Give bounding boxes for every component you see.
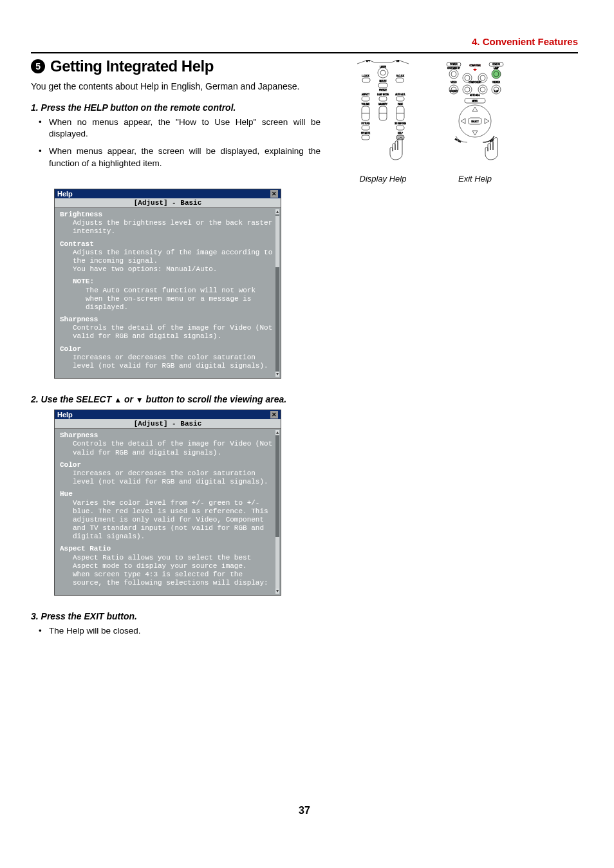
- list-item: The Help will be closed.: [49, 625, 578, 637]
- down-triangle-icon: ▼: [136, 395, 144, 404]
- svg-text:R-CLICK: R-CLICK: [396, 75, 404, 77]
- svg-point-52: [480, 75, 485, 80]
- svg-text:AUTO ADJ.: AUTO ADJ.: [395, 93, 405, 96]
- help1-subtitle: [Adjust] - Basic: [55, 198, 281, 208]
- svg-text:STATUS: STATUS: [492, 63, 499, 66]
- svg-text:MOUSE: MOUSE: [379, 80, 386, 82]
- svg-text:PICTURE: PICTURE: [361, 122, 369, 125]
- svg-text:VOLUME: VOLUME: [362, 103, 370, 106]
- svg-text:ASPECT: ASPECT: [362, 93, 369, 96]
- svg-point-4: [380, 70, 386, 75]
- svg-text:PAGE: PAGE: [398, 103, 403, 106]
- svg-text:MENU: MENU: [472, 100, 478, 102]
- svg-rect-9: [396, 78, 404, 82]
- svg-point-44: [492, 70, 501, 79]
- scrollbar[interactable]: ▲ ▼: [275, 430, 279, 594]
- svg-text:LAN: LAN: [494, 90, 498, 93]
- svg-text:S-VIDEO: S-VIDEO: [450, 90, 458, 93]
- list-item: When menus appear, the screen will be di…: [49, 146, 333, 170]
- svg-text:POWER: POWER: [450, 63, 458, 66]
- title-text: Getting Integrated Help: [50, 57, 214, 75]
- svg-text:OFF: OFF: [366, 60, 370, 62]
- svg-point-54: [465, 87, 470, 92]
- svg-text:LAMP MODE: LAMP MODE: [377, 93, 389, 96]
- svg-point-38: [449, 70, 458, 79]
- close-icon[interactable]: ✕: [270, 411, 278, 419]
- svg-text:AUTO ADJ.: AUTO ADJ.: [470, 94, 480, 97]
- step3-bullets: The Help will be closed.: [31, 625, 578, 637]
- svg-text:HELP: HELP: [398, 132, 403, 135]
- remote-figure: OFF ON LASER L-CLICK R-CLICK MOUSE FREEZ…: [354, 60, 412, 184]
- help-dialog-1: Help ✕ [Adjust] - Basic ▲ ▼ BrightnessAd…: [54, 189, 281, 379]
- panel-icon: POWER ON/STAND BY COMPUTER STATUS LAMP V…: [443, 60, 507, 169]
- svg-point-53: [463, 85, 472, 94]
- svg-rect-8: [362, 78, 370, 82]
- svg-rect-10: [378, 83, 387, 88]
- svg-rect-16: [379, 97, 387, 101]
- svg-text:LAMP: LAMP: [494, 67, 499, 70]
- scroll-up-icon[interactable]: ▲: [275, 209, 279, 214]
- svg-rect-17: [396, 97, 404, 101]
- svg-point-56: [480, 87, 485, 92]
- svg-text:PIP MUTE: PIP MUTE: [361, 132, 370, 135]
- svg-text:ON/STAND BY: ON/STAND BY: [447, 67, 460, 70]
- step1-bullets: When no menus appear, the "How to Use He…: [31, 117, 333, 171]
- scroll-down-icon[interactable]: ▼: [275, 372, 279, 377]
- title-badge: 5: [31, 59, 45, 73]
- svg-text:MAGNIFY: MAGNIFY: [378, 103, 387, 106]
- page-number: 37: [31, 805, 578, 816]
- svg-rect-30: [396, 126, 404, 130]
- help1-title: Help: [57, 190, 73, 198]
- svg-text:3D REFORM: 3D REFORM: [395, 122, 406, 125]
- help2-title: Help: [57, 411, 73, 419]
- svg-rect-15: [362, 97, 369, 101]
- svg-text:ENTER: ENTER: [454, 138, 462, 144]
- scroll-up-icon[interactable]: ▲: [275, 430, 279, 435]
- scroll-thumb[interactable]: [275, 216, 279, 267]
- up-triangle-icon: ▲: [114, 395, 122, 404]
- section-header: 4. Convenient Features: [31, 36, 578, 47]
- svg-text:ON: ON: [396, 60, 400, 62]
- close-icon[interactable]: ✕: [270, 190, 278, 198]
- step1-heading: 1. Press the HELP button on the remote c…: [31, 102, 333, 113]
- intro-text: You get the contents about Help in Engli…: [31, 80, 333, 93]
- scroll-thumb[interactable]: [275, 537, 279, 589]
- svg-point-55: [478, 85, 487, 94]
- step3-heading: 3. Press the EXIT button.: [31, 611, 578, 621]
- header-rule: [31, 52, 578, 53]
- remote-caption: Display Help: [354, 174, 412, 184]
- panel-figure: POWER ON/STAND BY COMPUTER STATUS LAMP V…: [443, 60, 507, 184]
- svg-point-49: [463, 73, 472, 82]
- page-title: 5 Getting Integrated Help: [31, 57, 333, 75]
- help2-subtitle: [Adjust] - Basic: [55, 419, 281, 429]
- remote-icon: OFF ON LASER L-CLICK R-CLICK MOUSE FREEZ…: [354, 60, 412, 169]
- svg-text:COMPONENT: COMPONENT: [469, 81, 481, 84]
- svg-text:L-CLICK: L-CLICK: [362, 75, 369, 77]
- svg-point-51: [478, 73, 487, 82]
- svg-text:VIDEO: VIDEO: [451, 81, 457, 84]
- panel-caption: Exit Help: [443, 174, 507, 184]
- scroll-down-icon[interactable]: ▼: [275, 589, 279, 594]
- scrollbar[interactable]: ▲ ▼: [275, 209, 279, 377]
- svg-rect-29: [362, 126, 369, 130]
- svg-point-50: [465, 75, 470, 80]
- svg-rect-33: [362, 135, 369, 140]
- svg-text:COMPUTER: COMPUTER: [469, 64, 481, 67]
- svg-text:VIEWER: VIEWER: [492, 81, 501, 84]
- svg-text:SELECT: SELECT: [471, 120, 479, 123]
- svg-text:FREEZE: FREEZE: [379, 89, 387, 91]
- svg-point-39: [451, 71, 456, 77]
- svg-point-3: [378, 68, 388, 78]
- step2-heading: 2. Use the SELECT ▲ or ▼ button to scrol…: [31, 394, 578, 404]
- list-item: When no menus appear, the "How to Use He…: [49, 117, 333, 141]
- help-dialog-2: Help ✕ [Adjust] - Basic ▲ ▼ SharpnessCon…: [54, 410, 281, 596]
